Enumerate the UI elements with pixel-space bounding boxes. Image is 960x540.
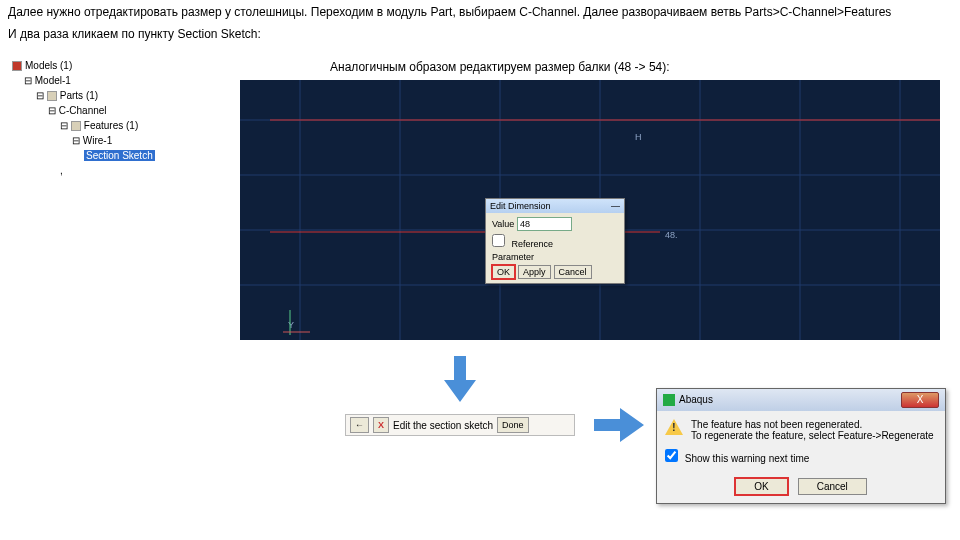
warning-dialog: Abaqus X The feature has not been regene…: [656, 388, 946, 504]
tree-label: Features (1): [84, 120, 138, 131]
tree-wire[interactable]: ⊟ Wire-1: [12, 133, 192, 148]
h-mark: H: [635, 132, 642, 142]
dialog-title-x[interactable]: —: [611, 201, 620, 211]
warning-icon: [665, 419, 683, 435]
done-button[interactable]: Done: [497, 417, 529, 433]
dialog-title: Edit Dimension: [490, 201, 551, 211]
tree-label: Wire-1: [83, 135, 112, 146]
dialog-titlebar[interactable]: Edit Dimension —: [486, 199, 624, 213]
warning-titlebar[interactable]: Abaqus X: [657, 389, 945, 411]
instruction-line-1: Далее нужно отредактировать размер у сто…: [0, 0, 960, 22]
arrow-right-icon: [594, 406, 644, 446]
tree-parts[interactable]: ⊟ Parts (1): [12, 88, 192, 103]
parts-icon: [47, 91, 57, 101]
edit-dimension-dialog: Edit Dimension — Value Reference Paramet…: [485, 198, 625, 284]
ok-button[interactable]: OK: [492, 265, 515, 279]
warning-message: The feature has not been regenerated. To…: [691, 419, 934, 441]
warning-line1: The feature has not been regenerated.: [691, 419, 934, 430]
reference-row: Reference: [492, 234, 618, 249]
tree-more: ,: [12, 163, 192, 178]
features-icon: [71, 121, 81, 131]
warning-ok-button[interactable]: OK: [735, 478, 787, 495]
parameter-row: Parameter: [492, 252, 618, 262]
arrow-down-icon: [440, 356, 480, 404]
value-input[interactable]: [517, 217, 572, 231]
tree-section-sketch[interactable]: Section Sketch: [12, 148, 192, 163]
warning-title: Abaqus: [679, 394, 713, 405]
value-label: Value: [492, 219, 514, 229]
tree-cchannel[interactable]: ⊟ C-Channel: [12, 103, 192, 118]
caption-text: Аналогичным образом редактируем размер б…: [330, 60, 670, 74]
tree-features[interactable]: ⊟ Features (1): [12, 118, 192, 133]
tree-label-selected: Section Sketch: [84, 150, 155, 161]
warning-line2: To regenerate the feature, select Featur…: [691, 430, 934, 441]
parameter-label: Parameter: [492, 252, 534, 262]
show-warning-label: Show this warning next time: [685, 453, 810, 464]
reference-label: Reference: [512, 239, 554, 249]
close-button[interactable]: X: [901, 392, 939, 408]
show-warning-checkbox[interactable]: [665, 449, 678, 462]
prompt-bar: ← X Edit the section sketch Done: [345, 414, 575, 436]
warning-cancel-button[interactable]: Cancel: [798, 478, 867, 495]
apply-button[interactable]: Apply: [518, 265, 551, 279]
reference-checkbox[interactable]: [492, 234, 505, 247]
models-icon: [12, 61, 22, 71]
cancel-button[interactable]: Cancel: [554, 265, 592, 279]
tree-label: Model-1: [35, 75, 71, 86]
y-mark: Y: [288, 320, 294, 330]
instruction-line-2: И два раза кликаем по пункту Section Ske…: [0, 22, 960, 44]
tree-label: Models (1): [25, 60, 72, 71]
back-button[interactable]: ←: [350, 417, 369, 433]
cancel-x-button[interactable]: X: [373, 417, 389, 433]
warning-checkbox-row: Show this warning next time: [665, 449, 937, 464]
value-row: Value: [492, 217, 618, 231]
tree-models[interactable]: Models (1): [12, 58, 192, 73]
tree-label: C-Channel: [59, 105, 107, 116]
model-tree[interactable]: Models (1) ⊟ Model-1 ⊟ Parts (1) ⊟ C-Cha…: [12, 58, 192, 178]
prompt-text: Edit the section sketch: [393, 420, 493, 431]
abaqus-icon: [663, 394, 675, 406]
tree-label: Parts (1): [60, 90, 98, 101]
tree-model1[interactable]: ⊟ Model-1: [12, 73, 192, 88]
dim-label: 48.: [665, 230, 678, 240]
